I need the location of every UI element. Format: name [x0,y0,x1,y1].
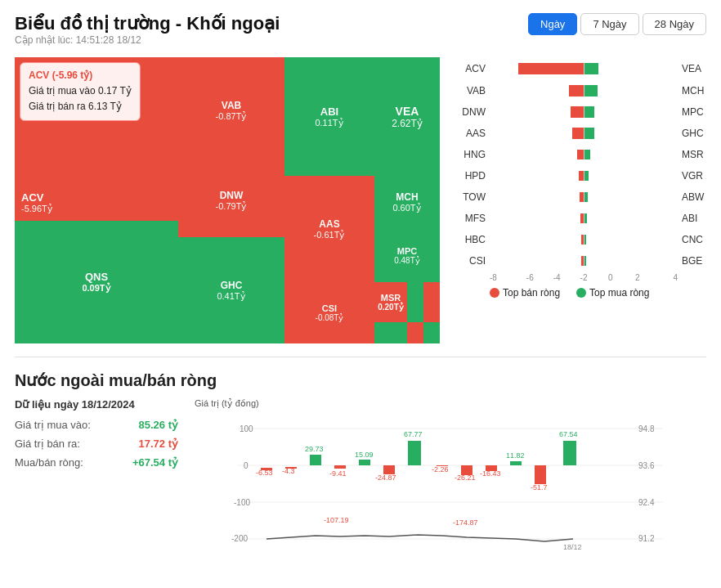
treemap-cell-small5[interactable] [423,322,440,343]
svg-text:-6.53: -6.53 [256,469,273,477]
tooltip-title: ACV (-5.96 tỷ) [29,68,132,83]
chart-y-title: Giá trị (tỷ đồng) [195,398,706,409]
treemap-cell-abi[interactable]: ABI 0.11Tỷ [284,57,374,176]
line-chart [266,535,573,541]
treemap-cell-dnw[interactable]: DNW -0.79Tỷ [178,164,284,237]
svg-text:18/12: 18/12 [563,543,582,551]
treemap-cell-mch[interactable]: MCH 0.60Tỷ [374,176,440,229]
treemap-col-left: ACV (-5.96 tỷ) Giá trị mua vào 0.17 Tỷ G… [15,57,178,343]
svg-text:-4.3: -4.3 [282,467,295,475]
treemap-cell-ghc[interactable]: GHC 0.41Tỷ [178,237,284,343]
bc-left-tow: TOW [461,191,490,203]
treemap-cell-csi[interactable]: CSI -0.08Tỷ [284,282,374,343]
bc-axis-vab [584,85,584,97]
bc-bar-green-vab [584,85,598,97]
bar-2 [310,455,321,465]
svg-text:-16.43: -16.43 [480,469,501,478]
tooltip-line1: Giá trị mua vào 0.17 Tỷ [29,83,132,99]
bc-xaxis-2: 2 [624,273,651,282]
bc-left-mfs: MFS [461,213,490,224]
data-value-net: +67.54 tỷ [132,456,178,469]
data-value-sell: 17.72 tỷ [139,438,178,450]
bc-right-abw: ABW [678,191,706,203]
treemap-val-msr: 0.20Tỷ [378,303,404,312]
bc-xaxis-neg4: -4 [544,273,571,282]
bc-right-ghc: GHC [678,128,706,139]
svg-text:-26.21: -26.21 [455,474,476,482]
bc-axis-hbc [584,235,584,245]
combo-chart: 100 0 -100 -200 -6.53 -4.3 29.73 [195,412,706,551]
treemap-cell-qns[interactable]: QNS 0.09Tỷ [15,221,178,343]
bc-right-bge: BGE [678,255,706,267]
svg-text:-51.7: -51.7 [531,483,548,491]
treemap-cell-small3[interactable] [374,322,407,343]
svg-text:-107.19: -107.19 [324,516,349,524]
bc-axis-hpd [584,171,584,181]
main-content: ACV (-5.96 tỷ) Giá trị mua vào 0.17 Tỷ G… [15,57,706,343]
treemap-name-abi: ABI [320,105,338,118]
treemap-cell-mpc[interactable]: MPC 0.48Tỷ [374,229,440,282]
treemap-name-qns: QNS [85,271,108,283]
bc-bar-green-aas [584,128,594,139]
treemap-val-mpc: 0.48Tỷ [394,256,420,265]
treemap-name-csi: CSI [322,303,337,313]
svg-text:29.73: 29.73 [305,445,324,453]
bc-left-hng: HNG [461,149,490,160]
subtitle: Cập nhật lúc: 14:51:28 18/12 [15,34,280,46]
legend-row: Top bán ròng Top mua ròng [461,287,706,298]
btn-7ngay[interactable]: 7 Ngày [580,13,638,35]
treemap-name-vab: VAB [222,100,241,111]
bottom-title: Nước ngoài mua/bán ròng [15,370,706,390]
bc-left-hpd: HPD [461,170,490,182]
tooltip-acv: ACV (-5.96 tỷ) Giá trị mua vào 0.17 Tỷ G… [20,62,141,121]
bc-right-vea: VEA [678,63,706,74]
treemap-cell-vab[interactable]: VAB -0.87Tỷ [178,57,284,164]
svg-text:-174.87: -174.87 [453,518,478,527]
treemap-name-mpc: MPC [397,246,417,256]
data-label-net: Mua/bán ròng: [15,456,83,469]
treemap-name-aas: AAS [319,218,339,230]
bc-bar-red-aas [572,128,584,139]
bc-axis-mfs [584,213,584,223]
btn-ngay[interactable]: Ngày [528,13,577,35]
btn-28ngay[interactable]: 28 Ngày [643,13,706,35]
treemap-name-mch: MCH [396,191,418,203]
bottom-section: Nước ngoài mua/bán ròng Dữ liệu ngày 18/… [15,370,706,551]
bc-left-aas: AAS [461,128,490,139]
treemap-col-right: ABI 0.11Tỷ VEA 2.62Tỷ AAS -0.61Tỷ [284,57,440,343]
treemap-cell-acv[interactable]: ACV (-5.96 tỷ) Giá trị mua vào 0.17 Tỷ G… [15,57,178,221]
treemap-val-qns: 0.09Tỷ [82,283,110,294]
bar-4 [359,460,370,465]
bc-bar-red-vab [569,85,584,97]
treemap-val-acv: -5.96Tỷ [21,204,53,214]
treemap-val-abi: 0.11Tỷ [315,118,343,128]
bc-bar-green-acv [584,63,598,74]
treemap-cell-small4[interactable] [407,322,423,343]
treemap-bottom-row: CSI -0.08Tỷ MSR 0.20Tỷ [284,282,440,343]
treemap-container: ACV (-5.96 tỷ) Giá trị mua vào 0.17 Tỷ G… [15,57,440,343]
treemap-val-mch: 0.60Tỷ [392,203,421,213]
svg-text:92.4: 92.4 [638,498,655,507]
treemap-cell-vea[interactable]: VEA 2.62Tỷ [374,57,440,176]
treemap-cell-small2[interactable] [423,282,440,322]
treemap-val-dnw: -0.79Tỷ [216,201,248,212]
treemap-cell-msr[interactable]: MSR 0.20Tỷ [374,282,407,322]
bc-xaxis-4: 4 [651,273,678,282]
page-title: Biểu đồ thị trường - Khối ngoại [15,13,280,34]
treemap: ACV (-5.96 tỷ) Giá trị mua vào 0.17 Tỷ G… [15,57,440,343]
treemap-cell-aas[interactable]: AAS -0.61Tỷ [284,176,374,282]
bc-right-vgr: VGR [678,170,706,182]
bc-bar-green-hng [584,150,590,159]
bc-right-msr: MSR [678,149,706,160]
svg-text:94.8: 94.8 [638,424,655,433]
legend-sell-label: Top bán ròng [503,287,560,298]
svg-text:100: 100 [240,424,253,433]
bc-right-mpc: MPC [678,106,706,118]
treemap-name-msr: MSR [381,293,401,303]
treemap-name-vea: VEA [396,105,419,118]
treemap-val-csi: -0.08Tỷ [316,313,344,322]
bc-bar-red-dnw [571,106,584,118]
bc-axis-aas [584,128,584,139]
bc-left-vab: VAB [461,85,490,97]
treemap-cell-small1[interactable] [407,282,423,322]
